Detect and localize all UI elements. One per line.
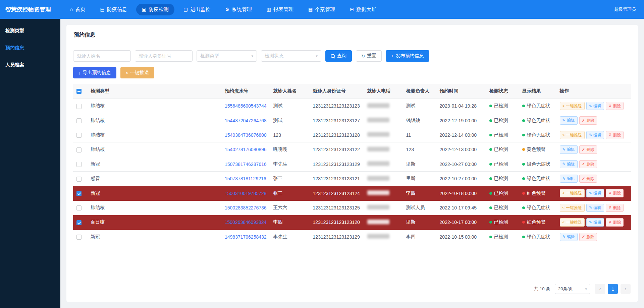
search-button-label: 查询 — [337, 53, 346, 59]
export-button[interactable]: ↓ 导出预约信息 — [73, 67, 116, 78]
row-push-button[interactable]: <一键推送 — [560, 218, 585, 226]
test-type-select[interactable]: 检测类型 ▾ — [197, 50, 257, 62]
reset-button[interactable]: ↻ 重置 — [356, 50, 382, 62]
user-name[interactable]: 超级管理员 — [614, 6, 636, 12]
filter-bar: 检测类型 ▾ 检测状态 ▾ 查询 ↻ 重置 + 发布预约信息 — [73, 44, 631, 62]
status-text: 已检测 — [494, 234, 508, 239]
nav-item-1[interactable]: ▤防疫信息 — [94, 4, 132, 15]
result-dot — [522, 163, 525, 166]
row-checkbox[interactable] — [76, 235, 82, 240]
home-icon: ⌂ — [70, 7, 73, 12]
nav-item-0[interactable]: ⌂首页 — [64, 4, 91, 15]
row-delete-button[interactable]: ✗删除 — [606, 102, 624, 110]
nav-item-7[interactable]: ⊞数据大屏 — [344, 4, 382, 15]
row-checkbox[interactable] — [76, 191, 82, 196]
serial-link[interactable]: 1500283852276736 — [225, 205, 267, 210]
row-checkbox[interactable] — [76, 118, 82, 123]
row-edit-button[interactable]: ✎编辑 — [586, 102, 604, 110]
row-actions: ✎编辑✗删除 — [560, 233, 628, 241]
nav-item-5[interactable]: ▥报表管理 — [261, 4, 299, 15]
row-delete-button[interactable]: ✗删除 — [606, 189, 624, 197]
row-push-button[interactable]: <一键推送 — [560, 131, 585, 139]
row-checkbox[interactable] — [76, 104, 82, 109]
nav-item-label: 防疫信息 — [107, 6, 127, 13]
nav-item-4[interactable]: ⚙系统管理 — [219, 4, 258, 15]
cell-test-type: 肺结核 — [87, 142, 221, 157]
row-edit-button[interactable]: ✎编辑 — [560, 233, 578, 241]
row-checkbox[interactable] — [76, 147, 82, 152]
serial-link[interactable]: 1507378181129216 — [225, 176, 266, 181]
row-push-button[interactable]: <一键推送 — [560, 189, 585, 197]
push-all-button[interactable]: < 一键推送 — [120, 67, 155, 78]
share-icon: < — [562, 133, 565, 137]
column-header: 显示结果 — [519, 84, 556, 99]
page-size-select[interactable]: 20条/页 ▾ — [555, 284, 590, 294]
patient-name-input[interactable] — [73, 50, 131, 62]
serial-link[interactable]: 1507381746287616 — [225, 162, 267, 167]
serial-link[interactable]: 1540384736076800 — [225, 132, 267, 138]
edit-icon: ✎ — [562, 162, 566, 166]
nav-item-2[interactable]: ▣防疫检测 — [136, 4, 174, 15]
cell-id-card: 123123123123123127 — [310, 113, 364, 128]
row-edit-button[interactable]: ✎编辑 — [560, 175, 578, 183]
prev-page-button[interactable]: ‹ — [595, 284, 605, 294]
cell-test-type: 新冠 — [87, 157, 221, 171]
table-header-row: 检测类型预约流水号就诊人姓名就诊人身份证号就诊人电话检测负责人预约时间检测状态显… — [73, 84, 631, 99]
row-edit-button[interactable]: ✎编辑 — [586, 189, 604, 197]
patient-id-input[interactable] — [135, 50, 193, 62]
serial-link[interactable]: 1544872047264768 — [225, 118, 267, 123]
phone-redacted — [367, 147, 389, 151]
next-page-button[interactable]: › — [621, 284, 631, 294]
row-edit-button[interactable]: ✎编辑 — [560, 160, 578, 168]
share-icon: < — [562, 206, 565, 209]
row-delete-button[interactable]: ✗删除 — [606, 218, 624, 226]
row-checkbox[interactable] — [76, 162, 82, 167]
row-delete-button[interactable]: ✗删除 — [579, 160, 597, 168]
search-button[interactable]: 查询 — [325, 50, 352, 62]
cell-test-type: 肺结核 — [87, 128, 221, 142]
row-checkbox[interactable] — [76, 177, 82, 182]
row-edit-button[interactable]: ✎编辑 — [586, 204, 604, 212]
doc-icon: ▤ — [100, 7, 104, 12]
result-dot — [522, 236, 525, 238]
test-status-select[interactable]: 检测状态 ▾ — [261, 50, 321, 62]
serial-link[interactable]: 1556485600543744 — [225, 103, 267, 109]
row-checkbox[interactable] — [76, 220, 82, 225]
row-delete-button[interactable]: ✗删除 — [606, 131, 624, 139]
sidebar-item-0[interactable]: 检测类型 — [0, 22, 60, 39]
serial-link[interactable]: 1500263846093824 — [225, 220, 267, 225]
row-push-button[interactable]: <一键推送 — [560, 102, 585, 110]
row-checkbox[interactable] — [76, 133, 82, 138]
serial-link[interactable]: 1500310019785728 — [225, 191, 267, 196]
status-text: 已检测 — [494, 219, 508, 225]
current-page-button[interactable]: 1 — [608, 284, 618, 294]
nav-item-6[interactable]: ▦个案管理 — [303, 4, 341, 15]
select-all-cell — [73, 84, 87, 99]
status-dot — [489, 221, 492, 224]
report-icon: ▥ — [267, 7, 271, 12]
result-dot — [522, 134, 525, 136]
row-push-button[interactable]: <一键推送 — [560, 204, 585, 212]
select-all-checkbox[interactable] — [76, 89, 82, 94]
row-edit-button[interactable]: ✎编辑 — [586, 218, 604, 226]
row-checkbox[interactable] — [76, 205, 82, 210]
reset-button-label: 重置 — [367, 53, 376, 59]
row-delete-button[interactable]: ✗删除 — [579, 175, 597, 183]
cell-manager: 钱钱钱 — [403, 113, 436, 128]
sidebar-item-2[interactable]: 人员档案 — [0, 56, 60, 73]
row-edit-button[interactable]: ✎编辑 — [560, 116, 578, 124]
sidebar-item-1[interactable]: 预约信息 — [0, 39, 60, 56]
publish-button[interactable]: + 发布预约信息 — [386, 50, 429, 62]
serial-link[interactable]: 1540278176080896 — [225, 147, 267, 152]
serial-link[interactable]: 1498371706258432 — [225, 234, 267, 240]
row-delete-button[interactable]: ✗删除 — [579, 233, 597, 241]
row-edit-button[interactable]: ✎编辑 — [560, 145, 578, 153]
status-dot — [489, 206, 492, 209]
nav-item-3[interactable]: ▢进出监控 — [178, 4, 216, 15]
row-delete-button[interactable]: ✗删除 — [606, 204, 624, 212]
row-delete-button[interactable]: ✗删除 — [579, 145, 597, 153]
result-text: 红色预警 — [527, 219, 546, 225]
trash-icon: ✗ — [582, 177, 585, 181]
row-edit-button[interactable]: ✎编辑 — [586, 131, 604, 139]
row-delete-button[interactable]: ✗删除 — [579, 116, 597, 124]
